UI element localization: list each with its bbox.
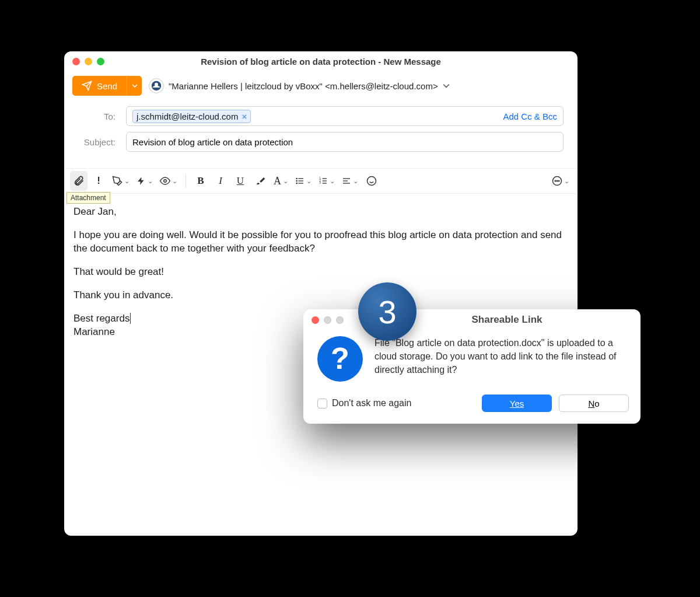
emoji-button[interactable] [363, 171, 380, 191]
step-badge: 3 [358, 282, 416, 341]
maximize-icon [336, 316, 344, 324]
underline-button[interactable]: U [232, 171, 249, 191]
paperclip-icon [73, 175, 85, 187]
subject-input[interactable] [126, 132, 564, 152]
close-icon[interactable] [72, 58, 80, 65]
send-icon [82, 81, 92, 91]
dialog-titlebar: Shareable Link [303, 309, 640, 330]
send-button-group: Send [72, 76, 142, 96]
dialog-window-controls [312, 316, 344, 324]
from-selector[interactable]: "Marianne Hellers | leitzcloud by vBoxx"… [149, 78, 450, 93]
send-label: Send [97, 81, 117, 91]
window-title: Revision of blog article on data protect… [64, 57, 578, 67]
yes-button[interactable]: Yes [482, 394, 552, 412]
svg-text:3: 3 [319, 181, 321, 184]
svg-point-24 [558, 180, 559, 181]
from-display: "Marianne Hellers | leitzcloud by vBoxx"… [169, 81, 438, 91]
minimize-icon [324, 316, 331, 324]
body-line: Thank you in advance. [74, 289, 568, 302]
add-cc-bcc-link[interactable]: Add Cc & Bcc [503, 111, 557, 121]
chevron-down-icon: ⌄ [306, 177, 312, 185]
chevron-down-icon: ⌄ [353, 177, 358, 185]
svg-point-6 [296, 178, 297, 179]
list-bullet-icon [295, 176, 304, 186]
close-icon[interactable] [312, 316, 319, 324]
send-options-button[interactable] [127, 76, 142, 96]
italic-button[interactable]: I [212, 171, 229, 191]
window-controls [72, 58, 104, 65]
svg-point-22 [555, 180, 556, 181]
dialog-body: ? File "Blog article on data protection.… [303, 330, 640, 386]
dont-ask-label: Don't ask me again [332, 398, 411, 409]
subject-row: Subject: [78, 132, 564, 152]
body-line: I hope you are doing well. Would it be p… [74, 229, 568, 256]
separator [186, 174, 186, 188]
main-toolbar: Send "Marianne Hellers | leitzcloud by v… [64, 71, 578, 104]
more-options-button[interactable]: ⌄ [550, 171, 572, 191]
question-icon: ? [317, 336, 363, 382]
highlight-button[interactable]: ⌄ [110, 171, 132, 191]
dialog-message: File "Blog article on data protection.do… [374, 336, 626, 382]
emoji-icon [366, 176, 377, 186]
checkbox-icon[interactable] [317, 399, 327, 409]
format-toolbar: Attachment ! ⌄ ⌄ ⌄ B I U A ⌄ ⌄ 1 [64, 168, 578, 194]
clear-format-button[interactable] [251, 171, 269, 191]
chevron-down-icon: ⌄ [172, 177, 177, 185]
to-row: To: j.schmidt@leitz-cloud.com × Add Cc &… [78, 106, 564, 126]
compose-window: Revision of blog article on data protect… [64, 51, 578, 536]
titlebar: Revision of blog article on data protect… [64, 51, 578, 71]
list-number-icon: 123 [318, 176, 328, 186]
chevron-down-icon [132, 83, 138, 89]
shareable-link-dialog: Shareable Link ? File "Blog article on d… [303, 309, 640, 424]
remove-recipient-icon[interactable]: × [242, 111, 247, 121]
lightning-icon [136, 176, 146, 186]
svg-point-2 [164, 180, 167, 183]
bold-button[interactable]: B [192, 171, 209, 191]
dont-ask-checkbox[interactable]: Don't ask me again [317, 398, 475, 409]
font-color-button[interactable]: A ⌄ [271, 171, 290, 191]
svg-point-23 [556, 180, 558, 181]
visibility-button[interactable]: ⌄ [158, 171, 180, 191]
quickaction-button[interactable]: ⌄ [134, 171, 155, 191]
subject-label: Subject: [78, 137, 126, 147]
bullet-list-button[interactable]: ⌄ [293, 171, 314, 191]
chevron-down-icon [443, 82, 450, 89]
align-icon [342, 176, 351, 186]
to-label: To: [78, 111, 126, 121]
body-line: Dear Jan, [74, 205, 568, 219]
number-list-button[interactable]: 123 ⌄ [316, 171, 337, 191]
chevron-down-icon: ⌄ [564, 177, 569, 185]
highlighter-icon [112, 176, 123, 186]
to-input[interactable]: j.schmidt@leitz-cloud.com × Add Cc & Bcc [126, 106, 564, 126]
attachment-tooltip: Attachment [66, 192, 110, 204]
priority-button[interactable]: ! [90, 171, 107, 191]
align-button[interactable]: ⌄ [340, 171, 360, 191]
no-button[interactable]: No [559, 394, 629, 412]
send-button[interactable]: Send [72, 76, 127, 96]
svg-point-18 [368, 177, 376, 186]
address-area: To: j.schmidt@leitz-cloud.com × Add Cc &… [64, 104, 578, 162]
dialog-footer: Don't ask me again Yes No [303, 386, 640, 424]
body-line: That would be great! [74, 266, 568, 279]
chevron-down-icon: ⌄ [283, 177, 288, 185]
attachment-button[interactable]: Attachment [70, 171, 88, 191]
chevron-down-icon: ⌄ [330, 177, 335, 185]
svg-point-7 [296, 180, 297, 181]
svg-point-1 [155, 83, 158, 86]
minimize-icon[interactable] [85, 58, 92, 65]
chevron-down-icon: ⌄ [124, 177, 130, 185]
brush-icon [255, 176, 265, 186]
maximize-icon[interactable] [97, 58, 104, 65]
chevron-down-icon: ⌄ [148, 177, 153, 185]
svg-point-8 [296, 183, 297, 183]
recipient-chip[interactable]: j.schmidt@leitz-cloud.com × [132, 110, 251, 123]
recipient-email: j.schmidt@leitz-cloud.com [136, 111, 238, 121]
eye-icon [160, 176, 170, 186]
dialog-title: Shareable Link [303, 314, 640, 326]
more-icon [552, 176, 562, 186]
avatar [149, 78, 164, 93]
